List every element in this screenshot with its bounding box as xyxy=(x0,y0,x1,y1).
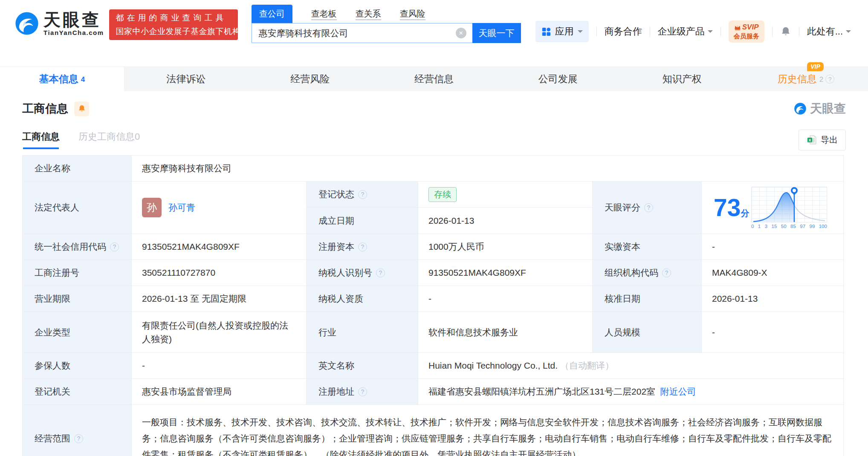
tab-basic-info[interactable]: 基本信息4 xyxy=(0,67,124,91)
field-label-taxpayer-quality: 纳税人资质 xyxy=(307,286,418,312)
field-value-taxpayer-quality: - xyxy=(418,286,593,312)
field-label-registered-address: 注册地址? xyxy=(307,379,418,405)
status-badge: 存续 xyxy=(428,187,457,202)
divider xyxy=(650,27,650,36)
search-tab-relation[interactable]: 查关系 xyxy=(356,8,381,23)
subscribe-bell-icon[interactable] xyxy=(74,101,89,116)
field-label-legal-representative: 法定代表人 xyxy=(23,182,132,234)
help-icon[interactable]: ? xyxy=(376,268,385,277)
help-icon[interactable]: ? xyxy=(110,242,119,251)
nav-business-cooperation[interactable]: 商务合作 xyxy=(605,25,642,38)
tab-legal-proceedings[interactable]: 法律诉讼 xyxy=(124,67,248,91)
search-button[interactable]: 天眼一下 xyxy=(472,23,521,43)
table-row: 工商注册号 350521110727870 纳税人识别号? 91350521MA… xyxy=(23,260,844,286)
field-value-approval-date: 2026-01-13 xyxy=(702,286,844,312)
field-value-tianyan-score: 73分 xyxy=(702,182,844,234)
field-value-registration-number: 350521110727870 xyxy=(132,260,307,286)
export-label: 导出 xyxy=(821,134,838,146)
apps-grid-icon xyxy=(541,27,551,37)
user-account-menu[interactable]: 此处有... xyxy=(807,25,851,38)
search-tab-boss[interactable]: 查老板 xyxy=(311,8,337,23)
slogan-line2: 国家中小企业发展子基金旗下机构 xyxy=(116,26,231,37)
tab-history-info[interactable]: VIP 历史信息 2 ? xyxy=(744,67,868,91)
chevron-down-icon xyxy=(708,30,713,35)
svip-label: SVIP xyxy=(742,23,759,32)
nav-enterprise-products[interactable]: 企业级产品 xyxy=(658,25,713,38)
apps-menu-button[interactable]: 应用 xyxy=(535,21,589,42)
nearby-companies-link[interactable]: 附近公司 xyxy=(660,387,696,396)
tianyancha-logo[interactable]: 天眼查 TianYanCha.com xyxy=(14,10,104,36)
score-distribution-chart: 01 315 5085 9799 100 xyxy=(751,187,827,229)
auto-translate-note: （自动翻译） xyxy=(560,361,614,370)
field-label-organization-code: 组织机构代码? xyxy=(593,260,702,286)
table-row: 法定代表人 孙 孙可青 登记状态? 存续 天眼评分? 73分 xyxy=(23,182,844,208)
score-unit: 分 xyxy=(741,208,749,218)
logo-swirl-icon xyxy=(14,11,39,36)
field-value-business-scope: 一般项目：技术服务、技术开发、技术咨询、技术交流、技术转让、技术推广；软件开发；… xyxy=(132,405,844,456)
legal-rep-name-link[interactable]: 孙可青 xyxy=(168,202,195,214)
field-label-company-type: 企业类型 xyxy=(23,312,132,353)
field-value-legal-representative: 孙 孙可青 xyxy=(132,182,307,234)
score-number: 73 xyxy=(714,194,741,221)
table-row: 登记机关 惠安县市场监督管理局 注册地址? 福建省惠安县螺阳镇洋坑村五洲广场北区… xyxy=(23,379,844,405)
tab-operating-risk[interactable]: 经营风险 xyxy=(248,67,372,91)
field-label-insured-count: 参保人数 xyxy=(23,353,132,379)
subtab-business-info[interactable]: 工商信息 xyxy=(22,130,60,149)
logo-text-en: TianYanCha.com xyxy=(43,29,104,36)
field-value-company-type: 有限责任公司(自然人投资或控股的法人独资) xyxy=(132,312,307,353)
help-icon[interactable]: ? xyxy=(74,434,83,443)
table-row: 统一社会信用代码? 91350521MAK4G809XF 注册资本? 1000万… xyxy=(23,234,844,260)
field-label-business-term: 营业期限 xyxy=(23,286,132,312)
field-value-paid-capital: - xyxy=(702,234,844,260)
divider xyxy=(772,27,773,36)
legal-rep-avatar[interactable]: 孙 xyxy=(142,198,162,217)
tab-operating-info[interactable]: 经营信息 xyxy=(372,67,496,91)
help-icon[interactable]: ? xyxy=(358,387,367,396)
tab-intellectual-property[interactable]: 知识产权 xyxy=(620,67,744,91)
clear-search-icon[interactable]: × xyxy=(456,28,466,38)
search-tab-company[interactable]: 查公司 xyxy=(252,5,292,23)
export-button[interactable]: X 导出 xyxy=(799,130,846,150)
crown-icon xyxy=(734,24,741,30)
divider xyxy=(720,27,721,36)
field-value-staff-size: - xyxy=(702,312,844,353)
notification-bell-icon[interactable] xyxy=(780,26,791,37)
field-label-tianyan-score: 天眼评分? xyxy=(593,182,702,234)
help-icon[interactable]: ? xyxy=(644,203,653,212)
table-row: 参保人数 - 英文名称 Huian Moqi Technology Co., L… xyxy=(23,353,844,379)
tab-company-development[interactable]: 公司发展 xyxy=(496,67,620,91)
company-detail-tabs: 基本信息4 法律诉讼 经营风险 经营信息 公司发展 知识产权 VIP 历史信息 … xyxy=(0,66,868,91)
field-value-registration-authority: 惠安县市场监督管理局 xyxy=(132,379,307,405)
brand-slogan-badge: 都在用的商业查询工具 国家中小企业发展子基金旗下机构 xyxy=(109,9,238,40)
apps-label: 应用 xyxy=(555,25,574,38)
field-value-business-term: 2026-01-13 至 无固定期限 xyxy=(132,286,307,312)
field-label-paid-capital: 实缴资本 xyxy=(593,234,702,260)
divider xyxy=(799,27,799,36)
search-tab-risk[interactable]: 查风险 xyxy=(400,8,425,23)
field-value-taxpayer-id: 91350521MAK4G809XF xyxy=(418,260,593,286)
search-tabs: 查公司 查老板 查关系 查风险 xyxy=(252,5,521,23)
field-label-industry: 行业 xyxy=(307,312,418,353)
field-label-company-name: 企业名称 xyxy=(23,156,132,182)
svip-member-button[interactable]: SVIP 会员服务 xyxy=(729,20,764,43)
slogan-line1: 都在用的商业查询工具 xyxy=(116,12,231,23)
help-icon[interactable]: ? xyxy=(358,242,367,251)
field-value-company-name: 惠安摩骑科技有限公司 xyxy=(132,156,844,182)
help-icon[interactable]: ? xyxy=(662,268,671,277)
help-icon[interactable]: ? xyxy=(825,75,834,84)
field-value-establish-date: 2026-01-13 xyxy=(418,208,593,234)
search-input[interactable] xyxy=(252,23,472,43)
help-icon[interactable]: ? xyxy=(358,190,367,199)
watermark-swirl-icon xyxy=(794,102,807,115)
top-header: 天眼查 TianYanCha.com 都在用的商业查询工具 国家中小企业发展子基… xyxy=(0,0,868,66)
business-info-section: 工商信息 天眼查 工商信息 历史工商信息0 X 导出 xyxy=(0,101,868,456)
table-row: 企业名称 惠安摩骑科技有限公司 xyxy=(23,156,844,182)
field-label-business-scope: 经营范围? xyxy=(23,405,132,456)
business-info-table: 企业名称 惠安摩骑科技有限公司 法定代表人 孙 孙可青 登记状态? 存续 天眼评… xyxy=(22,155,844,456)
svg-text:X: X xyxy=(808,138,811,142)
field-value-credit-code: 91350521MAK4G809XF xyxy=(132,234,307,260)
score-marker-pin-icon xyxy=(792,188,797,193)
score-axis-labels: 01 315 5085 9799 100 xyxy=(751,224,827,229)
subtab-history-business-info[interactable]: 历史工商信息0 xyxy=(78,130,140,149)
table-row: 营业期限 2026-01-13 至 无固定期限 纳税人资质 - 核准日期 202… xyxy=(23,286,844,312)
